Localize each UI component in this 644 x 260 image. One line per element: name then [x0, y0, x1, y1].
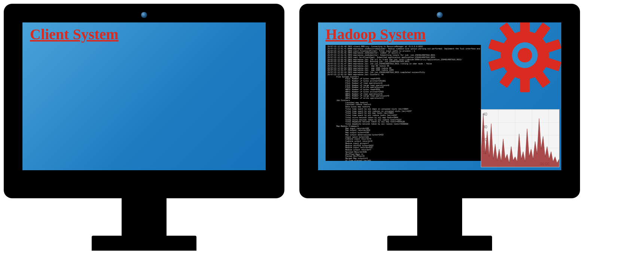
client-title: Client System	[30, 25, 119, 43]
monitor-stand	[417, 198, 462, 236]
hadoop-screen: Hadoop System 20/07/15 12:01:40 INFO cli…	[318, 22, 561, 170]
client-monitor: Client System	[4, 4, 284, 251]
svg-point-12	[518, 48, 532, 62]
client-screen: Client System	[22, 22, 266, 170]
hadoop-monitor: Hadoop System 20/07/15 12:01:40 INFO cli…	[299, 4, 580, 251]
camera-dot	[437, 12, 443, 18]
gear-icon	[485, 22, 561, 95]
camera-dot	[141, 12, 147, 18]
load-chart: 40 30 20 10 06:00	[481, 109, 559, 167]
hadoop-title: Hadoop System	[326, 25, 426, 43]
monitor-stand	[122, 198, 167, 236]
terminal-output: 20/07/15 12:01:40 INFO client.RMProxy: C…	[326, 45, 481, 161]
